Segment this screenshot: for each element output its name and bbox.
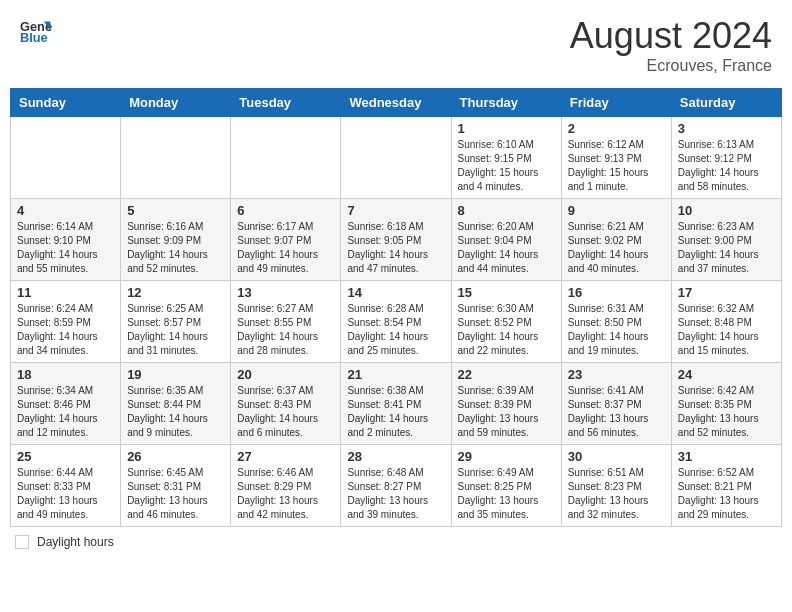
day-header-thursday: Thursday	[451, 89, 561, 117]
calendar-cell: 1Sunrise: 6:10 AM Sunset: 9:15 PM Daylig…	[451, 117, 561, 199]
calendar-cell: 15Sunrise: 6:30 AM Sunset: 8:52 PM Dayli…	[451, 281, 561, 363]
footer: Daylight hours	[10, 535, 782, 549]
day-number: 3	[678, 121, 775, 136]
week-row-2: 11Sunrise: 6:24 AM Sunset: 8:59 PM Dayli…	[11, 281, 782, 363]
week-row-3: 18Sunrise: 6:34 AM Sunset: 8:46 PM Dayli…	[11, 363, 782, 445]
day-info: Sunrise: 6:35 AM Sunset: 8:44 PM Dayligh…	[127, 384, 224, 440]
logo: General Blue	[20, 15, 52, 47]
day-number: 29	[458, 449, 555, 464]
day-info: Sunrise: 6:23 AM Sunset: 9:00 PM Dayligh…	[678, 220, 775, 276]
day-number: 15	[458, 285, 555, 300]
day-info: Sunrise: 6:45 AM Sunset: 8:31 PM Dayligh…	[127, 466, 224, 522]
calendar-cell: 7Sunrise: 6:18 AM Sunset: 9:05 PM Daylig…	[341, 199, 451, 281]
calendar-cell: 19Sunrise: 6:35 AM Sunset: 8:44 PM Dayli…	[121, 363, 231, 445]
calendar-cell: 11Sunrise: 6:24 AM Sunset: 8:59 PM Dayli…	[11, 281, 121, 363]
day-info: Sunrise: 6:24 AM Sunset: 8:59 PM Dayligh…	[17, 302, 114, 358]
day-info: Sunrise: 6:48 AM Sunset: 8:27 PM Dayligh…	[347, 466, 444, 522]
day-info: Sunrise: 6:44 AM Sunset: 8:33 PM Dayligh…	[17, 466, 114, 522]
calendar-cell: 24Sunrise: 6:42 AM Sunset: 8:35 PM Dayli…	[671, 363, 781, 445]
calendar-cell: 8Sunrise: 6:20 AM Sunset: 9:04 PM Daylig…	[451, 199, 561, 281]
day-info: Sunrise: 6:12 AM Sunset: 9:13 PM Dayligh…	[568, 138, 665, 194]
logo-icon: General Blue	[20, 15, 52, 47]
calendar-cell: 10Sunrise: 6:23 AM Sunset: 9:00 PM Dayli…	[671, 199, 781, 281]
calendar-cell	[341, 117, 451, 199]
calendar-cell: 21Sunrise: 6:38 AM Sunset: 8:41 PM Dayli…	[341, 363, 451, 445]
calendar-cell: 17Sunrise: 6:32 AM Sunset: 8:48 PM Dayli…	[671, 281, 781, 363]
day-number: 5	[127, 203, 224, 218]
day-number: 20	[237, 367, 334, 382]
day-header-tuesday: Tuesday	[231, 89, 341, 117]
day-number: 14	[347, 285, 444, 300]
calendar-cell: 4Sunrise: 6:14 AM Sunset: 9:10 PM Daylig…	[11, 199, 121, 281]
day-info: Sunrise: 6:14 AM Sunset: 9:10 PM Dayligh…	[17, 220, 114, 276]
day-number: 19	[127, 367, 224, 382]
day-info: Sunrise: 6:32 AM Sunset: 8:48 PM Dayligh…	[678, 302, 775, 358]
day-info: Sunrise: 6:10 AM Sunset: 9:15 PM Dayligh…	[458, 138, 555, 194]
calendar-cell: 9Sunrise: 6:21 AM Sunset: 9:02 PM Daylig…	[561, 199, 671, 281]
calendar-cell: 31Sunrise: 6:52 AM Sunset: 8:21 PM Dayli…	[671, 445, 781, 527]
day-number: 23	[568, 367, 665, 382]
day-number: 26	[127, 449, 224, 464]
calendar-cell: 29Sunrise: 6:49 AM Sunset: 8:25 PM Dayli…	[451, 445, 561, 527]
week-row-4: 25Sunrise: 6:44 AM Sunset: 8:33 PM Dayli…	[11, 445, 782, 527]
day-info: Sunrise: 6:41 AM Sunset: 8:37 PM Dayligh…	[568, 384, 665, 440]
calendar-cell: 5Sunrise: 6:16 AM Sunset: 9:09 PM Daylig…	[121, 199, 231, 281]
day-headers-row: SundayMondayTuesdayWednesdayThursdayFrid…	[11, 89, 782, 117]
calendar-cell: 28Sunrise: 6:48 AM Sunset: 8:27 PM Dayli…	[341, 445, 451, 527]
calendar-cell: 30Sunrise: 6:51 AM Sunset: 8:23 PM Dayli…	[561, 445, 671, 527]
day-number: 16	[568, 285, 665, 300]
calendar-cell: 22Sunrise: 6:39 AM Sunset: 8:39 PM Dayli…	[451, 363, 561, 445]
day-info: Sunrise: 6:34 AM Sunset: 8:46 PM Dayligh…	[17, 384, 114, 440]
day-info: Sunrise: 6:51 AM Sunset: 8:23 PM Dayligh…	[568, 466, 665, 522]
day-number: 8	[458, 203, 555, 218]
day-info: Sunrise: 6:49 AM Sunset: 8:25 PM Dayligh…	[458, 466, 555, 522]
day-header-sunday: Sunday	[11, 89, 121, 117]
day-number: 31	[678, 449, 775, 464]
calendar-cell: 23Sunrise: 6:41 AM Sunset: 8:37 PM Dayli…	[561, 363, 671, 445]
title-area: August 2024 Ecrouves, France	[570, 15, 772, 75]
calendar-cell: 16Sunrise: 6:31 AM Sunset: 8:50 PM Dayli…	[561, 281, 671, 363]
day-number: 21	[347, 367, 444, 382]
calendar-cell: 12Sunrise: 6:25 AM Sunset: 8:57 PM Dayli…	[121, 281, 231, 363]
calendar-cell: 6Sunrise: 6:17 AM Sunset: 9:07 PM Daylig…	[231, 199, 341, 281]
day-info: Sunrise: 6:13 AM Sunset: 9:12 PM Dayligh…	[678, 138, 775, 194]
svg-text:Blue: Blue	[20, 30, 48, 45]
day-info: Sunrise: 6:17 AM Sunset: 9:07 PM Dayligh…	[237, 220, 334, 276]
day-header-saturday: Saturday	[671, 89, 781, 117]
day-number: 9	[568, 203, 665, 218]
day-number: 11	[17, 285, 114, 300]
week-row-1: 4Sunrise: 6:14 AM Sunset: 9:10 PM Daylig…	[11, 199, 782, 281]
day-info: Sunrise: 6:37 AM Sunset: 8:43 PM Dayligh…	[237, 384, 334, 440]
legend-label: Daylight hours	[37, 535, 114, 549]
calendar-cell: 14Sunrise: 6:28 AM Sunset: 8:54 PM Dayli…	[341, 281, 451, 363]
day-info: Sunrise: 6:21 AM Sunset: 9:02 PM Dayligh…	[568, 220, 665, 276]
day-number: 30	[568, 449, 665, 464]
calendar-header: SundayMondayTuesdayWednesdayThursdayFrid…	[11, 89, 782, 117]
day-number: 25	[17, 449, 114, 464]
day-info: Sunrise: 6:31 AM Sunset: 8:50 PM Dayligh…	[568, 302, 665, 358]
day-number: 12	[127, 285, 224, 300]
day-number: 6	[237, 203, 334, 218]
legend-box	[15, 535, 29, 549]
day-info: Sunrise: 6:25 AM Sunset: 8:57 PM Dayligh…	[127, 302, 224, 358]
calendar-table: SundayMondayTuesdayWednesdayThursdayFrid…	[10, 88, 782, 527]
month-title: August 2024	[570, 15, 772, 57]
calendar-cell	[11, 117, 121, 199]
calendar-cell	[121, 117, 231, 199]
page-header: General Blue August 2024 Ecrouves, Franc…	[10, 10, 782, 80]
day-header-wednesday: Wednesday	[341, 89, 451, 117]
calendar-cell: 20Sunrise: 6:37 AM Sunset: 8:43 PM Dayli…	[231, 363, 341, 445]
day-info: Sunrise: 6:28 AM Sunset: 8:54 PM Dayligh…	[347, 302, 444, 358]
day-number: 4	[17, 203, 114, 218]
calendar-cell: 2Sunrise: 6:12 AM Sunset: 9:13 PM Daylig…	[561, 117, 671, 199]
day-info: Sunrise: 6:18 AM Sunset: 9:05 PM Dayligh…	[347, 220, 444, 276]
day-number: 17	[678, 285, 775, 300]
day-info: Sunrise: 6:42 AM Sunset: 8:35 PM Dayligh…	[678, 384, 775, 440]
calendar-cell: 26Sunrise: 6:45 AM Sunset: 8:31 PM Dayli…	[121, 445, 231, 527]
day-number: 13	[237, 285, 334, 300]
calendar-cell	[231, 117, 341, 199]
calendar-cell: 25Sunrise: 6:44 AM Sunset: 8:33 PM Dayli…	[11, 445, 121, 527]
day-info: Sunrise: 6:46 AM Sunset: 8:29 PM Dayligh…	[237, 466, 334, 522]
day-number: 1	[458, 121, 555, 136]
day-number: 7	[347, 203, 444, 218]
